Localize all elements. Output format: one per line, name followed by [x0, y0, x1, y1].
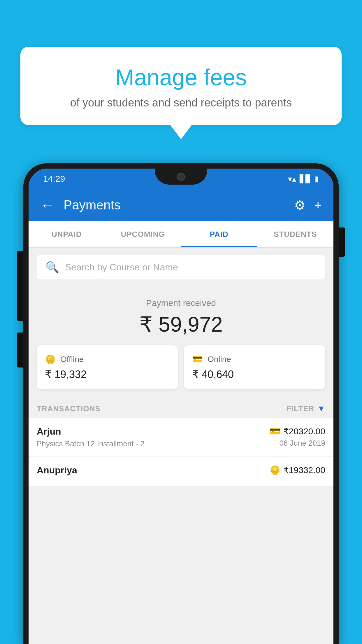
transaction-right: 💳 ₹20320.00 06 June 2019 — [270, 426, 325, 448]
transaction-amount: 💳 ₹20320.00 — [270, 426, 325, 436]
add-icon[interactable]: + — [314, 198, 322, 212]
front-camera — [177, 173, 185, 181]
status-time: 14:29 — [43, 174, 65, 184]
online-amount: ₹ 40,640 — [192, 368, 317, 381]
online-payment-icon: 💳 — [192, 354, 203, 364]
gear-icon[interactable]: ⚙ — [294, 198, 305, 213]
transaction-amount: 🪙 ₹19332.00 — [270, 465, 325, 475]
filter-label: FILTER — [287, 404, 314, 413]
search-bar[interactable]: 🔍 Search by Course or Name — [37, 255, 325, 279]
tab-students[interactable]: STUDENTS — [257, 221, 334, 247]
payment-cards: 🪙 Offline ₹ 19,332 💳 Online ₹ 40,640 — [29, 345, 333, 398]
transaction-left: Arjun Physics Batch 12 Installment - 2 — [37, 426, 270, 448]
transaction-right: 🪙 ₹19332.00 — [270, 465, 325, 477]
payment-summary: Payment received ₹ 59,972 — [29, 286, 333, 345]
tabs-bar: UNPAID UPCOMING PAID STUDENTS — [29, 221, 333, 248]
offline-card-header: 🪙 Offline — [45, 354, 170, 364]
phone-screen: 14:29 ▾▴ ▋▊ ▮ ← Payments ⚙ + UNPAID UPCO… — [29, 169, 333, 644]
transaction-name: Arjun — [37, 426, 270, 437]
payment-total-amount: ₹ 59,972 — [37, 312, 325, 337]
online-card-header: 💳 Online — [192, 354, 317, 364]
search-icon: 🔍 — [45, 261, 59, 274]
tooltip-title: Manage fees — [35, 64, 327, 91]
transaction-detail: Physics Batch 12 Installment - 2 — [37, 439, 270, 448]
tab-upcoming[interactable]: UPCOMING — [105, 221, 181, 247]
filter-icon: ▼ — [317, 404, 325, 413]
transactions-label: TRANSACTIONS — [37, 404, 101, 413]
online-label: Online — [208, 355, 231, 364]
tooltip-subtitle: of your students and send receipts to pa… — [35, 97, 327, 109]
tab-paid[interactable]: PAID — [181, 221, 257, 247]
offline-icon: 🪙 — [270, 465, 280, 475]
table-row[interactable]: Anupriya 🪙 ₹19332.00 — [29, 457, 333, 487]
payment-received-label: Payment received — [37, 298, 325, 308]
online-icon: 💳 — [270, 426, 280, 436]
filter-area[interactable]: FILTER ▼ — [287, 404, 325, 413]
offline-label: Offline — [60, 355, 84, 364]
offline-payment-icon: 🪙 — [45, 354, 56, 364]
status-icons: ▾▴ ▋▊ ▮ — [288, 174, 319, 184]
table-row[interactable]: Arjun Physics Batch 12 Installment - 2 💳… — [29, 418, 333, 457]
offline-card: 🪙 Offline ₹ 19,332 — [37, 345, 178, 389]
search-input[interactable]: Search by Course or Name — [65, 262, 178, 273]
phone-notch — [155, 169, 207, 185]
signal-icon: ▋▊ — [300, 174, 311, 183]
transaction-name: Anupriya — [37, 465, 270, 476]
app-bar: ← Payments ⚙ + — [29, 189, 333, 221]
transactions-header: TRANSACTIONS FILTER ▼ — [29, 398, 333, 418]
transaction-left: Anupriya — [37, 465, 270, 478]
tab-unpaid[interactable]: UNPAID — [29, 221, 105, 247]
phone-frame: 14:29 ▾▴ ▋▊ ▮ ← Payments ⚙ + UNPAID UPCO… — [23, 163, 339, 644]
transaction-date: 06 June 2019 — [270, 439, 325, 448]
wifi-icon: ▾▴ — [288, 174, 296, 184]
offline-amount: ₹ 19,332 — [45, 368, 170, 381]
content-area: 🔍 Search by Course or Name Payment recei… — [29, 248, 333, 644]
tooltip-card: Manage fees of your students and send re… — [20, 47, 342, 125]
back-button[interactable]: ← — [40, 197, 55, 214]
online-card: 💳 Online ₹ 40,640 — [184, 345, 325, 389]
battery-icon: ▮ — [315, 174, 319, 183]
page-title: Payments — [64, 198, 285, 212]
app-bar-actions: ⚙ + — [294, 198, 322, 213]
